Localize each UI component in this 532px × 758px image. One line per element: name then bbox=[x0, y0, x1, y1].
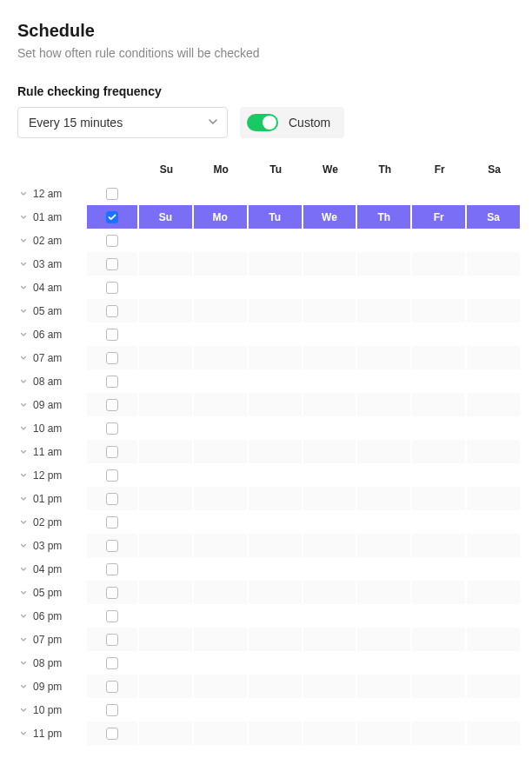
row-checkbox[interactable] bbox=[106, 376, 118, 388]
schedule-cell[interactable] bbox=[412, 604, 467, 628]
schedule-cell[interactable] bbox=[412, 557, 467, 581]
schedule-cell[interactable]: Mo bbox=[194, 205, 249, 229]
row-checkbox[interactable] bbox=[106, 188, 118, 200]
schedule-cell[interactable] bbox=[357, 393, 412, 416]
schedule-cell[interactable] bbox=[194, 276, 249, 299]
schedule-cell[interactable] bbox=[249, 440, 303, 463]
schedule-cell[interactable] bbox=[139, 510, 194, 534]
schedule-cell[interactable] bbox=[412, 487, 467, 510]
schedule-cell[interactable] bbox=[467, 557, 522, 581]
row-checkbox[interactable] bbox=[106, 446, 118, 458]
schedule-cell[interactable] bbox=[357, 487, 412, 510]
schedule-cell[interactable] bbox=[467, 252, 522, 276]
hour-label[interactable]: 11 am bbox=[17, 446, 87, 458]
schedule-cell[interactable] bbox=[194, 628, 249, 651]
schedule-cell[interactable] bbox=[357, 557, 412, 581]
schedule-cell[interactable] bbox=[249, 698, 303, 721]
row-checkbox[interactable] bbox=[106, 493, 118, 505]
schedule-cell[interactable] bbox=[467, 416, 522, 440]
hour-label[interactable]: 06 am bbox=[17, 329, 87, 341]
schedule-cell[interactable] bbox=[194, 322, 249, 346]
schedule-cell[interactable] bbox=[357, 369, 412, 393]
schedule-cell[interactable] bbox=[412, 534, 467, 557]
schedule-cell[interactable] bbox=[303, 604, 358, 628]
hour-label[interactable]: 10 pm bbox=[17, 704, 87, 716]
hour-label[interactable]: 06 pm bbox=[17, 610, 87, 622]
schedule-cell[interactable] bbox=[357, 628, 412, 651]
schedule-cell[interactable] bbox=[303, 346, 358, 369]
schedule-cell[interactable] bbox=[139, 651, 194, 675]
schedule-cell[interactable] bbox=[194, 299, 249, 322]
schedule-cell[interactable] bbox=[249, 628, 303, 651]
schedule-cell[interactable] bbox=[303, 651, 358, 675]
schedule-cell[interactable] bbox=[412, 322, 467, 346]
schedule-cell[interactable] bbox=[194, 604, 249, 628]
row-checkbox[interactable] bbox=[106, 282, 118, 294]
schedule-cell[interactable] bbox=[303, 416, 358, 440]
schedule-cell[interactable] bbox=[357, 229, 412, 252]
hour-label[interactable]: 04 am bbox=[17, 282, 87, 294]
schedule-cell[interactable] bbox=[139, 534, 194, 557]
schedule-cell[interactable] bbox=[467, 393, 522, 416]
schedule-cell[interactable] bbox=[303, 487, 358, 510]
schedule-cell[interactable] bbox=[357, 346, 412, 369]
schedule-cell[interactable] bbox=[467, 229, 522, 252]
schedule-cell[interactable] bbox=[249, 557, 303, 581]
schedule-cell[interactable] bbox=[249, 651, 303, 675]
schedule-cell[interactable] bbox=[412, 651, 467, 675]
schedule-cell[interactable] bbox=[357, 276, 412, 299]
schedule-cell[interactable] bbox=[139, 182, 194, 205]
schedule-cell[interactable] bbox=[194, 721, 249, 745]
row-checkbox[interactable] bbox=[106, 728, 118, 740]
hour-label[interactable]: 02 pm bbox=[17, 516, 87, 529]
schedule-cell[interactable] bbox=[303, 440, 358, 463]
schedule-cell[interactable] bbox=[412, 252, 467, 276]
schedule-cell[interactable] bbox=[194, 463, 249, 487]
schedule-cell[interactable] bbox=[467, 628, 522, 651]
schedule-cell[interactable] bbox=[412, 182, 467, 205]
schedule-cell[interactable] bbox=[467, 440, 522, 463]
schedule-cell[interactable] bbox=[194, 440, 249, 463]
schedule-cell[interactable] bbox=[467, 651, 522, 675]
frequency-select[interactable]: Every 15 minutes bbox=[17, 107, 228, 138]
hour-label[interactable]: 04 pm bbox=[17, 563, 87, 575]
schedule-cell[interactable]: We bbox=[303, 205, 358, 229]
schedule-cell[interactable] bbox=[249, 299, 303, 322]
hour-label[interactable]: 03 pm bbox=[17, 540, 87, 552]
schedule-cell[interactable] bbox=[467, 182, 522, 205]
schedule-cell[interactable] bbox=[139, 440, 194, 463]
hour-label[interactable]: 11 pm bbox=[17, 728, 87, 740]
schedule-cell[interactable] bbox=[249, 369, 303, 393]
schedule-cell[interactable] bbox=[139, 346, 194, 369]
row-checkbox[interactable] bbox=[106, 657, 118, 669]
schedule-cell[interactable] bbox=[303, 510, 358, 534]
schedule-cell[interactable] bbox=[412, 369, 467, 393]
schedule-cell[interactable] bbox=[467, 675, 522, 698]
schedule-cell[interactable] bbox=[139, 604, 194, 628]
schedule-cell[interactable] bbox=[303, 534, 358, 557]
schedule-cell[interactable] bbox=[194, 229, 249, 252]
row-checkbox[interactable] bbox=[106, 634, 118, 646]
row-checkbox[interactable] bbox=[106, 704, 118, 716]
schedule-cell[interactable] bbox=[249, 416, 303, 440]
schedule-cell[interactable] bbox=[249, 510, 303, 534]
row-checkbox[interactable] bbox=[106, 305, 118, 317]
schedule-cell[interactable] bbox=[249, 229, 303, 252]
schedule-cell[interactable] bbox=[357, 604, 412, 628]
hour-label[interactable]: 05 am bbox=[17, 305, 87, 317]
schedule-cell[interactable] bbox=[139, 628, 194, 651]
schedule-cell[interactable] bbox=[467, 604, 522, 628]
schedule-cell[interactable] bbox=[194, 675, 249, 698]
hour-label[interactable]: 01 am bbox=[17, 211, 87, 223]
schedule-cell[interactable] bbox=[303, 675, 358, 698]
hour-label[interactable]: 10 am bbox=[17, 422, 87, 435]
row-checkbox[interactable] bbox=[106, 587, 118, 599]
schedule-cell[interactable] bbox=[249, 182, 303, 205]
schedule-cell[interactable] bbox=[249, 252, 303, 276]
schedule-cell[interactable] bbox=[412, 299, 467, 322]
schedule-cell[interactable] bbox=[357, 698, 412, 721]
schedule-cell[interactable] bbox=[249, 721, 303, 745]
hour-label[interactable]: 07 pm bbox=[17, 634, 87, 646]
schedule-cell[interactable] bbox=[139, 698, 194, 721]
hour-label[interactable]: 12 am bbox=[17, 188, 87, 200]
